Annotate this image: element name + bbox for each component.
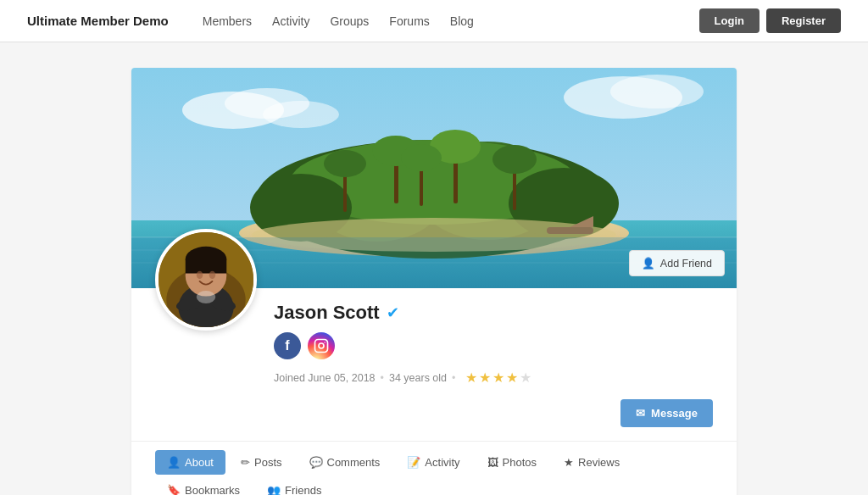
main-nav: Members Activity Groups Forums Blog — [203, 14, 699, 28]
avatar — [155, 229, 257, 331]
svg-point-5 — [610, 75, 704, 108]
header: Ultimate Member Demo Members Activity Gr… — [0, 0, 868, 42]
tab-comments-label: Comments — [327, 456, 381, 469]
profile-name: Jason Scott — [274, 302, 380, 324]
tab-photos-label: Photos — [503, 456, 537, 469]
tab-reviews-label: Reviews — [578, 456, 620, 469]
tab-activity-label: Activity — [425, 456, 459, 469]
star-icon: ★ — [564, 456, 574, 469]
svg-point-41 — [197, 291, 215, 303]
nav-blog[interactable]: Blog — [450, 14, 474, 28]
edit-icon: 📝 — [407, 456, 420, 469]
star-rating: ★ ★ ★ ★ ★ — [465, 370, 531, 386]
tab-posts[interactable]: ✏ Posts — [229, 450, 294, 475]
chat-icon: 💬 — [309, 456, 323, 469]
site-logo: Ultimate Member Demo — [27, 14, 169, 28]
svg-point-26 — [401, 144, 442, 171]
svg-rect-42 — [315, 340, 328, 353]
verified-icon: ✔ — [387, 303, 399, 322]
star-2: ★ — [479, 370, 491, 386]
main-content: 👤 Add Friend — [0, 42, 868, 495]
message-button[interactable]: ✉ Message — [620, 399, 713, 427]
profile-card: 👤 Add Friend — [131, 68, 737, 495]
profile-lower: Jason Scott ✔ f Joined June 05, 2018 — [131, 288, 737, 441]
svg-rect-36 — [186, 259, 227, 274]
profile-tabs: 👤 About ✏ Posts 💬 Comments 📝 Activity 🖼 … — [131, 441, 737, 495]
svg-point-43 — [319, 343, 324, 348]
tab-comments[interactable]: 💬 Comments — [298, 450, 392, 475]
tab-bookmarks-label: Bookmarks — [185, 484, 240, 495]
tab-photos[interactable]: 🖼 Photos — [476, 450, 548, 475]
joined-date: Joined June 05, 2018 — [274, 372, 376, 384]
add-friend-button[interactable]: 👤 Add Friend — [629, 250, 725, 276]
login-button[interactable]: Login — [699, 8, 760, 33]
add-friend-label: Add Friend — [660, 258, 712, 270]
svg-point-3 — [263, 101, 339, 128]
tab-about-label: About — [185, 456, 214, 469]
envelope-icon: ✉ — [636, 407, 645, 420]
nav-members[interactable]: Members — [203, 14, 252, 28]
svg-point-24 — [492, 145, 537, 174]
register-button[interactable]: Register — [766, 8, 841, 33]
message-label: Message — [651, 407, 698, 420]
nav-forums[interactable]: Forums — [389, 14, 429, 28]
tab-friends-label: Friends — [285, 484, 321, 495]
svg-point-38 — [209, 271, 215, 279]
header-actions: Login Register — [699, 8, 841, 33]
message-row: ✉ Message — [155, 399, 713, 441]
star-1: ★ — [465, 370, 477, 386]
svg-point-37 — [197, 271, 203, 279]
instagram-link[interactable] — [308, 332, 335, 359]
star-4: ★ — [506, 370, 518, 386]
social-links: f — [274, 332, 713, 359]
person-icon: 👤 — [642, 257, 655, 270]
tab-reviews[interactable]: ★ Reviews — [552, 450, 632, 475]
meta-dot-1: • — [381, 372, 384, 384]
star-3: ★ — [492, 370, 504, 386]
person-tab-icon: 👤 — [167, 456, 181, 469]
tab-posts-label: Posts — [254, 456, 282, 469]
profile-name-row: Jason Scott ✔ — [274, 302, 713, 324]
pencil-icon: ✏ — [241, 456, 250, 469]
friends-icon: 👥 — [267, 484, 281, 495]
tab-friends[interactable]: 👥 Friends — [255, 478, 333, 495]
profile-age: 34 years old — [389, 372, 447, 384]
star-5: ★ — [520, 370, 531, 386]
photo-icon: 🖼 — [487, 456, 498, 469]
svg-rect-28 — [547, 227, 593, 234]
meta-dot-2: • — [452, 372, 455, 384]
facebook-link[interactable]: f — [274, 332, 301, 359]
tab-bookmarks[interactable]: 🔖 Bookmarks — [155, 478, 252, 495]
tab-activity[interactable]: 📝 Activity — [395, 450, 471, 475]
nav-activity[interactable]: Activity — [272, 14, 309, 28]
nav-groups[interactable]: Groups — [330, 14, 369, 28]
svg-point-22 — [324, 150, 366, 177]
bookmark-icon: 🔖 — [167, 484, 181, 495]
svg-point-44 — [324, 342, 326, 343]
profile-meta: Joined June 05, 2018 • 34 years old • ★ … — [274, 370, 713, 386]
tab-about[interactable]: 👤 About — [155, 450, 225, 475]
